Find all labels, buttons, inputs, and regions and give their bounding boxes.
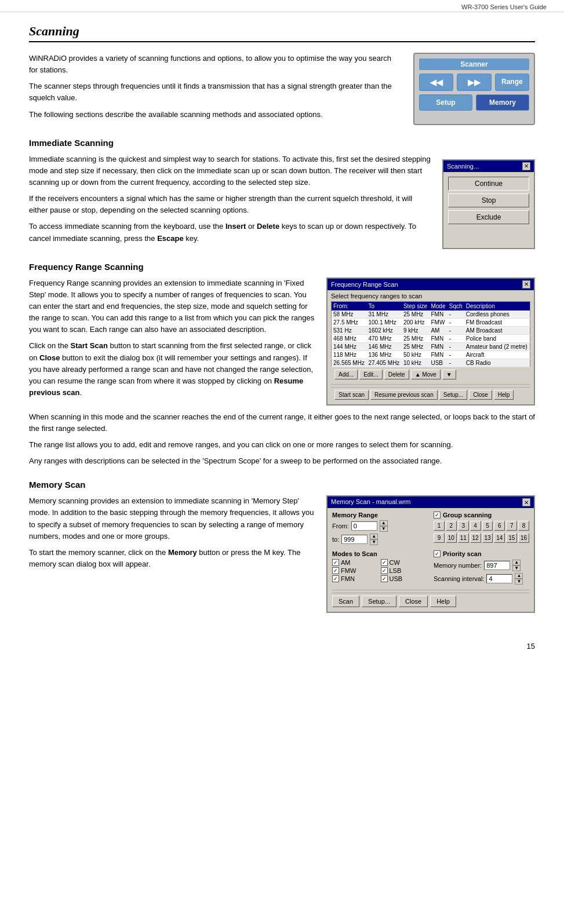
scanner-prev-button[interactable]: ◀◀ xyxy=(419,74,453,91)
freq-resume-button[interactable]: Resume previous scan xyxy=(370,390,438,400)
table-row[interactable]: 58 MHz31 MHz25 MHzFMN-Cordless phones xyxy=(332,311,530,319)
interval-spin-up[interactable]: ▲ xyxy=(515,573,523,579)
table-cell: FM Broadcast xyxy=(464,318,530,326)
from-spinner[interactable]: ▲ ▼ xyxy=(380,520,388,532)
mem-num-spin-down[interactable]: ▼ xyxy=(512,565,521,571)
scanning-interval-input[interactable] xyxy=(486,574,512,583)
intro-para1: WiNRADiO provides a variety of scanning … xyxy=(29,53,402,76)
table-cell: CB Radio xyxy=(464,359,530,367)
scanning-exclude-button[interactable]: Exclude xyxy=(448,210,529,224)
col-from: From: xyxy=(332,301,367,311)
group-cell[interactable]: 6 xyxy=(494,521,505,531)
to-spin-down[interactable]: ▼ xyxy=(370,539,378,545)
table-cell: 146 MHz xyxy=(366,342,401,350)
memory-scan-heading: Memory Scan xyxy=(29,480,535,490)
memory-close-button[interactable]: Close xyxy=(399,596,428,607)
scanning-dialog-close[interactable]: ✕ xyxy=(522,162,530,170)
scanning-stop-button[interactable]: Stop xyxy=(448,193,529,207)
memory-number-input[interactable] xyxy=(484,561,510,570)
group-cell[interactable]: 2 xyxy=(446,521,457,531)
scanning-continue-button[interactable]: Continue xyxy=(448,177,529,191)
freq-dialog-titlebar: Frequency Range Scan ✕ xyxy=(328,279,534,290)
memory-range-label: Memory Range xyxy=(332,512,428,518)
interval-spin-down[interactable]: ▼ xyxy=(515,579,523,585)
group-cell[interactable]: 3 xyxy=(458,521,469,531)
from-input[interactable] xyxy=(351,521,377,531)
table-cell: Aircraft xyxy=(464,350,530,359)
modes-label: Modes to Scan xyxy=(332,550,428,557)
memory-scan-button[interactable]: Scan xyxy=(332,596,359,607)
table-cell: FMN xyxy=(429,350,447,359)
freq-move-down-button[interactable]: ▼ xyxy=(442,370,456,379)
to-spin-up[interactable]: ▲ xyxy=(370,534,378,539)
scanner-next-button[interactable]: ▶▶ xyxy=(457,74,491,91)
table-cell: 1602 kHz xyxy=(366,326,401,334)
table-row[interactable]: 118 MHz136 MHz50 kHzFMN-Aircraft xyxy=(332,350,530,359)
memory-dialog-close[interactable]: ✕ xyxy=(522,498,530,506)
table-cell: AM Broadcast xyxy=(464,326,530,334)
start-scan-ref: Start Scan xyxy=(71,341,108,350)
group-cell[interactable]: 14 xyxy=(494,533,505,543)
freq-para3: When scanning in this mode and the scann… xyxy=(29,411,535,434)
mode-checkbox[interactable]: ✓ xyxy=(332,567,339,574)
group-cell[interactable]: 12 xyxy=(470,533,481,543)
freq-move-up-button[interactable]: ▲ Move xyxy=(411,370,441,379)
mode-item: ✓CW xyxy=(381,559,428,566)
freq-add-button[interactable]: Add... xyxy=(334,370,358,379)
mode-checkbox[interactable]: ✓ xyxy=(381,567,388,574)
table-row[interactable]: 27.5 MHz100.1 MHz200 kHzFMW-FM Broadcast xyxy=(332,318,530,326)
table-row[interactable]: 531 Hz1602 kHz9 kHzAM-AM Broadcast xyxy=(332,326,530,334)
memory-setup-button[interactable]: Setup... xyxy=(362,596,396,607)
mode-label: LSB xyxy=(390,567,402,574)
scanner-setup-button[interactable]: Setup xyxy=(419,94,472,111)
group-cell[interactable]: 10 xyxy=(446,533,457,543)
group-cell[interactable]: 5 xyxy=(482,521,493,531)
mode-item: ✓FMN xyxy=(332,575,380,582)
to-spinner[interactable]: ▲ ▼ xyxy=(370,534,378,545)
scanning-interval-spinner[interactable]: ▲ ▼ xyxy=(515,573,523,585)
table-cell: 25 MHz xyxy=(402,311,430,319)
freq-dialog-close[interactable]: ✕ xyxy=(522,280,530,288)
from-spin-up[interactable]: ▲ xyxy=(380,520,388,526)
group-cell[interactable]: 13 xyxy=(482,533,493,543)
freq-edit-button[interactable]: Edit... xyxy=(359,370,383,379)
table-cell: 50 kHz xyxy=(402,350,430,359)
from-spin-down[interactable]: ▼ xyxy=(380,526,388,532)
immediate-para3-prefix: To access immediate scanning from the ke… xyxy=(29,222,225,231)
group-scanning-checkbox[interactable]: ✓ xyxy=(434,512,441,518)
memory-number-spinner[interactable]: ▲ ▼ xyxy=(512,560,521,571)
mode-checkbox[interactable]: ✓ xyxy=(381,575,388,582)
intro-para2: The scanner steps through frequencies un… xyxy=(29,81,402,104)
mode-checkbox[interactable]: ✓ xyxy=(332,559,339,566)
group-cell[interactable]: 1 xyxy=(434,521,445,531)
group-cell[interactable]: 4 xyxy=(470,521,481,531)
memory-help-button[interactable]: Help xyxy=(430,596,456,607)
mode-checkbox[interactable]: ✓ xyxy=(381,559,388,566)
col-mode: Mode xyxy=(429,301,447,311)
freq-delete-button[interactable]: Delete xyxy=(384,370,409,379)
group-cell[interactable]: 9 xyxy=(434,533,445,543)
group-cell[interactable]: 11 xyxy=(458,533,469,543)
mode-checkbox[interactable]: ✓ xyxy=(332,575,339,582)
scanner-memory-button[interactable]: Memory xyxy=(476,94,529,111)
scanner-range-button[interactable]: Range xyxy=(495,74,529,91)
group-cell[interactable]: 7 xyxy=(506,521,517,531)
mem-num-spin-up[interactable]: ▲ xyxy=(512,560,521,565)
group-cell[interactable]: 15 xyxy=(506,533,517,543)
group-cell[interactable]: 8 xyxy=(518,521,529,531)
table-row[interactable]: 144 MHz146 MHz25 MHzFMN-Amateur band (2 … xyxy=(332,342,530,350)
freq-setup-button[interactable]: Setup... xyxy=(439,390,467,400)
freq-para5: Any ranges with descriptions can be sele… xyxy=(29,455,535,467)
table-row[interactable]: 26.565 MHz27.405 MHz10 kHzUSB-CB Radio xyxy=(332,359,530,367)
scanner-widget: Scanner ◀◀ ▶▶ Range Setup Memory xyxy=(413,53,535,125)
priority-scan-checkbox[interactable]: ✓ xyxy=(434,550,441,557)
freq-start-scan-button[interactable]: Start scan xyxy=(334,390,369,400)
table-cell: AM xyxy=(429,326,447,334)
to-input[interactable] xyxy=(341,535,367,544)
table-row[interactable]: 468 MHz470 MHz25 MHzFMN-Police band xyxy=(332,334,530,342)
freq-help-button[interactable]: Help xyxy=(494,390,514,400)
freq-close-button[interactable]: Close xyxy=(469,390,492,400)
mode-label: FMW xyxy=(341,567,356,574)
group-cell[interactable]: 16 xyxy=(518,533,529,543)
table-cell: FMW xyxy=(429,318,447,326)
